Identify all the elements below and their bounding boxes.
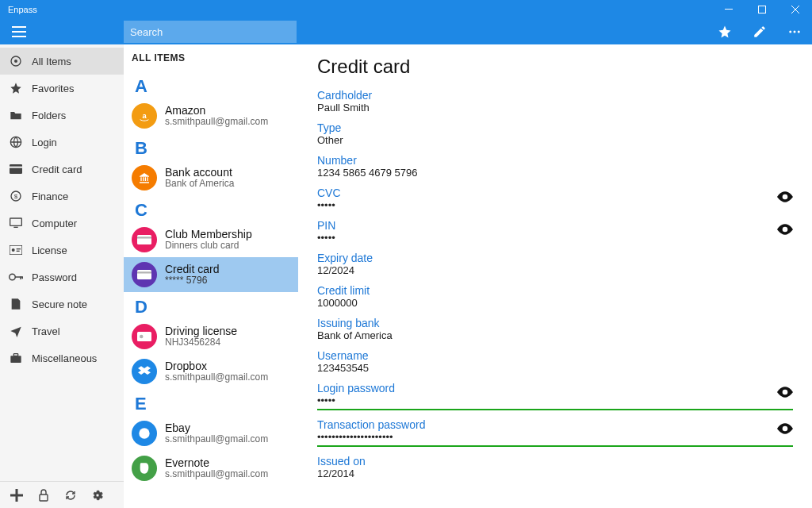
- header-bar: [0, 19, 812, 44]
- sidebar-item-label: License: [32, 244, 67, 256]
- field-cvc: CVC•••••: [317, 187, 793, 211]
- sidebar-item-misc[interactable]: Miscellaneous: [0, 344, 124, 371]
- list-item-club-membership[interactable]: Club MembershipDinners club card: [124, 222, 298, 257]
- license-icon: [8, 245, 24, 255]
- sidebar-item-license[interactable]: License: [0, 237, 124, 264]
- field-label: CVC: [317, 187, 793, 199]
- detail-panel: Credit card CardholderPaull SmithTypeOth…: [298, 44, 812, 508]
- field-value: 123453545: [317, 362, 793, 374]
- svg-rect-4: [12, 26, 26, 28]
- svg-rect-35: [137, 270, 151, 279]
- field-value: 1234 5865 4679 5796: [317, 167, 793, 179]
- favorite-icon[interactable]: [707, 19, 742, 44]
- list-item-subtitle: Bank of America: [165, 179, 234, 190]
- field-label: Issued on: [317, 455, 793, 468]
- field-value: •••••••••••••••••••••: [317, 431, 793, 447]
- secure-note-icon: [8, 298, 24, 310]
- field-transaction-password: Transaction password••••••••••••••••••••…: [317, 418, 793, 447]
- sidebar-item-login[interactable]: Login: [0, 129, 124, 156]
- reveal-icon[interactable]: [777, 224, 793, 238]
- sidebar-item-label: Secure note: [32, 298, 87, 310]
- sidebar-item-folders[interactable]: Folders: [0, 102, 124, 129]
- svg-rect-37: [137, 332, 151, 341]
- svg-rect-30: [10, 495, 23, 496]
- field-label: Cardholder: [317, 89, 793, 102]
- sidebar-item-all-items[interactable]: All Items: [0, 48, 124, 75]
- sidebar-item-secure-note[interactable]: Secure note: [0, 291, 124, 318]
- list-item-ebay[interactable]: Ebays.smithpaull@gmail.com: [124, 416, 298, 451]
- folders-icon: [8, 110, 24, 121]
- sidebar-item-travel[interactable]: Travel: [0, 318, 124, 344]
- bank-icon: [132, 165, 157, 190]
- reveal-icon[interactable]: [777, 423, 793, 437]
- field-value: Bank of America: [317, 329, 793, 341]
- svg-rect-5: [12, 31, 26, 33]
- field-value: 1000000: [317, 297, 793, 309]
- list-item-subtitle: NHJ3456284: [165, 337, 237, 348]
- svg-rect-31: [40, 495, 48, 501]
- card-icon: [132, 262, 157, 287]
- field-value: Paull Smith: [317, 102, 793, 114]
- list-body[interactable]: AaAmazons.smithpaull@gmail.comBBank acco…: [124, 71, 298, 508]
- maximize-button[interactable]: [745, 0, 779, 19]
- sidebar-item-label: Folders: [32, 110, 66, 121]
- add-button[interactable]: [3, 482, 30, 509]
- settings-button[interactable]: [84, 482, 111, 509]
- reveal-icon[interactable]: [777, 387, 793, 401]
- svg-rect-19: [10, 245, 22, 255]
- field-number: Number1234 5865 4679 5796: [317, 154, 793, 179]
- field-value: 12/2024: [317, 264, 793, 276]
- sidebar-item-finance[interactable]: $Finance: [0, 183, 124, 210]
- list-item-dropbox[interactable]: Dropboxs.smithpaull@gmail.com: [124, 354, 298, 389]
- list-item-title: Amazon: [165, 104, 268, 117]
- hamburger-button[interactable]: [0, 19, 38, 44]
- sidebar-item-credit-card[interactable]: Credit card: [0, 156, 124, 183]
- minimize-button[interactable]: [712, 0, 745, 19]
- field-username: Username123453545: [317, 349, 793, 374]
- svg-rect-22: [17, 251, 20, 252]
- sidebar-item-label: All Items: [32, 56, 71, 67]
- sync-button[interactable]: [57, 482, 84, 509]
- group-letter: A: [124, 71, 298, 98]
- lock-button[interactable]: [30, 482, 57, 509]
- titlebar: Enpass: [0, 0, 812, 19]
- id-icon: [132, 324, 157, 349]
- svg-point-39: [139, 428, 149, 438]
- search-field[interactable]: [130, 26, 290, 38]
- field-login-password: Login password•••••: [317, 382, 793, 410]
- list-item-subtitle: s.smithpaull@gmail.com: [165, 117, 268, 128]
- sidebar-item-label: Login: [32, 137, 57, 148]
- list-item-amazon[interactable]: aAmazons.smithpaull@gmail.com: [124, 98, 298, 133]
- sidebar: All ItemsFavoritesFoldersLoginCredit car…: [0, 44, 124, 508]
- sidebar-item-label: Credit card: [32, 164, 82, 175]
- close-button[interactable]: [779, 0, 812, 19]
- svg-rect-6: [12, 36, 26, 37]
- dropbox-icon: [132, 359, 157, 384]
- sidebar-item-computer[interactable]: Computer: [0, 210, 124, 237]
- list-item-driving-license[interactable]: Driving licenseNHJ3456284: [124, 319, 298, 354]
- svg-rect-24: [15, 276, 22, 278]
- sidebar-item-password[interactable]: Password: [0, 264, 124, 291]
- reveal-icon[interactable]: [777, 191, 793, 206]
- field-label: Login password: [317, 382, 793, 394]
- svg-rect-28: [13, 354, 17, 356]
- field-credit-limit: Credit limit1000000: [317, 284, 793, 309]
- list-item-bank-account[interactable]: Bank accountBank of America: [124, 160, 298, 195]
- list-item-credit-card[interactable]: Credit card***** 5796: [124, 257, 298, 292]
- search-input[interactable]: [124, 21, 297, 43]
- svg-rect-26: [22, 276, 24, 279]
- list-item-title: Ebay: [165, 421, 268, 434]
- more-icon[interactable]: [777, 19, 812, 44]
- field-value: 12/2014: [317, 468, 793, 479]
- group-letter: C: [124, 195, 298, 222]
- list-item-title: Driving license: [165, 325, 237, 337]
- field-pin: PIN•••••: [317, 219, 793, 244]
- list-item-evernote[interactable]: Evernotes.smithpaull@gmail.com: [124, 451, 298, 486]
- edit-icon[interactable]: [742, 19, 777, 44]
- svg-point-9: [798, 31, 800, 33]
- sidebar-item-label: Travel: [32, 325, 60, 337]
- list-item-title: Club Membership: [165, 228, 252, 241]
- favorites-icon: [8, 82, 24, 94]
- field-type: TypeOther: [317, 121, 793, 146]
- sidebar-item-favorites[interactable]: Favorites: [0, 75, 124, 102]
